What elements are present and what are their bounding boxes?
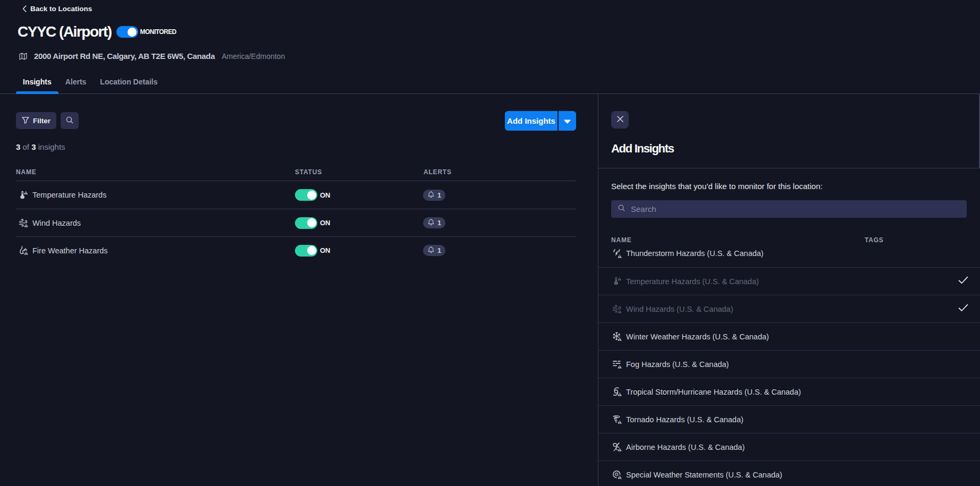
- panel-insight-row[interactable]: Wind Hazards (U.S. & Canada): [598, 295, 980, 322]
- close-icon: [616, 115, 624, 124]
- insight-alerts-badge[interactable]: 1: [423, 245, 445, 256]
- panel-insight-name: Fog Hazards (U.S. & Canada): [626, 360, 729, 369]
- toggle-knob: [307, 191, 316, 200]
- add-insights-button[interactable]: Add Insights: [505, 111, 557, 131]
- search-icon: [618, 204, 626, 214]
- add-insights-dropdown-button[interactable]: [559, 111, 576, 131]
- count-suffix: insights: [38, 142, 65, 151]
- insight-status-label: ON: [320, 191, 331, 199]
- panel-insight-row[interactable]: Tornado Hazards (U.S. & Canada): [598, 405, 980, 433]
- address-row: 2000 Airport Rd NE, Calgary, AB T2E 6W5,…: [19, 52, 285, 61]
- count-total: 3: [31, 142, 36, 151]
- alert-count: 1: [437, 246, 441, 254]
- monitored-toggle[interactable]: [116, 26, 138, 38]
- insight-status-toggle[interactable]: [295, 245, 317, 257]
- filter-label: Filter: [33, 117, 50, 125]
- back-label: Back to Locations: [30, 5, 92, 13]
- alert-count: 1: [437, 219, 441, 227]
- panel-search-input[interactable]: [631, 204, 960, 214]
- hurricane-hazard-icon: [612, 387, 622, 397]
- search-icon: [65, 116, 74, 126]
- airborne-hazard-icon: [612, 442, 622, 452]
- panel-column-header-tags: TAGS: [865, 236, 967, 244]
- panel-insight-name: Temperature Hazards (U.S. & Canada): [626, 277, 759, 286]
- insights-count: 3 of 3 insights: [16, 142, 576, 151]
- selected-check-icon: [958, 276, 968, 286]
- insight-row: Temperature HazardsON1: [16, 181, 576, 209]
- panel-insight-name: Airborne Hazards (U.S. & Canada): [626, 443, 745, 451]
- page-header: Back to Locations CYYC (Airport) MONITOR…: [0, 0, 980, 94]
- toggle-knob: [128, 28, 137, 37]
- back-to-locations-link[interactable]: Back to Locations: [22, 5, 92, 13]
- temperature-hazard-icon: [19, 190, 28, 200]
- insight-status-label: ON: [320, 219, 331, 227]
- filter-funnel-icon: [21, 116, 30, 126]
- insights-toolbar: Filter Add Insights: [16, 110, 576, 131]
- location-address: 2000 Airport Rd NE, Calgary, AB T2E 6W5,…: [34, 52, 215, 61]
- alert-count: 1: [437, 191, 441, 199]
- panel-title: Add Insights: [611, 142, 967, 168]
- panel-insight-row[interactable]: Tropical Storm/Hurricane Hazards (U.S. &…: [598, 378, 980, 405]
- column-header-alerts: ALERTS: [424, 168, 576, 176]
- title-row: CYYC (Airport) MONITORED: [18, 23, 176, 40]
- fire-weather-hazard-icon: [19, 245, 28, 255]
- page-title: CYYC (Airport): [18, 23, 112, 40]
- insight-status-toggle[interactable]: [295, 189, 317, 201]
- panel-search: [611, 200, 967, 218]
- insight-alerts-badge[interactable]: 1: [423, 217, 445, 228]
- tab-insights[interactable]: Insights: [16, 70, 58, 94]
- insight-name: Temperature Hazards: [32, 191, 106, 199]
- insight-row: Fire Weather HazardsON1: [16, 236, 576, 264]
- tab-location-details[interactable]: Location Details: [93, 70, 164, 94]
- panel-insight-row[interactable]: Fog Hazards (U.S. & Canada): [598, 350, 980, 378]
- bell-icon: [427, 191, 435, 200]
- column-header-status: STATUS: [295, 168, 424, 176]
- monitored-label: MONITORED: [140, 28, 176, 36]
- caret-down-icon: [564, 116, 571, 125]
- panel-insight-name: Special Weather Statements (U.S. & Canad…: [626, 471, 782, 479]
- location-timezone: America/Edmonton: [222, 52, 285, 61]
- insights-table-body: Temperature HazardsON1Wind HazardsON1Fir…: [16, 181, 576, 264]
- insight-status-label: ON: [320, 246, 331, 254]
- insight-name: Wind Hazards: [32, 219, 81, 227]
- insights-main: Filter Add Insights 3 of 3 insights NAME…: [0, 94, 598, 486]
- add-insights-split-button: Add Insights: [505, 111, 576, 131]
- tab-alerts[interactable]: Alerts: [58, 70, 94, 94]
- insight-status-toggle[interactable]: [295, 217, 317, 229]
- close-panel-button[interactable]: [611, 111, 629, 129]
- panel-column-header-name: NAME: [611, 236, 632, 244]
- table-header: NAMESTATUSALERTS: [16, 168, 576, 181]
- content-area: Filter Add Insights 3 of 3 insights NAME…: [0, 94, 980, 486]
- toggle-knob: [307, 218, 316, 227]
- search-toggle-button[interactable]: [61, 112, 79, 129]
- thunderstorm-hazard-icon: [612, 249, 622, 259]
- map-icon: [19, 53, 27, 60]
- panel-insight-list: Thunderstorm Hazards (U.S. & Canada)Temp…: [598, 240, 980, 486]
- insight-alerts-badge[interactable]: 1: [423, 190, 445, 201]
- panel-insight-row[interactable]: Winter Weather Hazards (U.S. & Canada): [598, 322, 980, 350]
- panel-insight-name: Thunderstorm Hazards (U.S. & Canada): [626, 249, 764, 258]
- column-header-name: NAME: [16, 168, 295, 176]
- chevron-left-icon: [22, 5, 27, 12]
- count-of: of: [23, 142, 30, 151]
- panel-divider: [598, 168, 980, 168]
- insight-name: Fire Weather Hazards: [32, 246, 108, 255]
- wind-hazard-icon: [612, 304, 622, 314]
- wind-hazard-icon: [19, 218, 28, 228]
- panel-insight-row[interactable]: Special Weather Statements (U.S. & Canad…: [598, 461, 980, 486]
- add-insights-panel: Add Insights Select the insights that yo…: [598, 94, 980, 486]
- panel-insight-row[interactable]: Temperature Hazards (U.S. & Canada): [598, 267, 980, 295]
- special-weather-statement-icon: [612, 470, 622, 480]
- toggle-knob: [307, 246, 316, 255]
- selected-check-icon: [958, 304, 968, 314]
- filter-button[interactable]: Filter: [16, 112, 56, 129]
- insight-row: Wind HazardsON1: [16, 209, 576, 236]
- panel-insight-name: Winter Weather Hazards (U.S. & Canada): [626, 332, 769, 341]
- panel-description: Select the insights that you’d like to m…: [611, 182, 967, 191]
- temperature-hazard-icon: [612, 276, 622, 286]
- bell-icon: [427, 218, 435, 227]
- winter-weather-hazard-icon: [612, 331, 622, 342]
- tab-bar: InsightsAlertsLocation Details: [16, 70, 165, 94]
- panel-insight-row[interactable]: Airborne Hazards (U.S. & Canada): [598, 433, 980, 461]
- bell-icon: [427, 246, 435, 255]
